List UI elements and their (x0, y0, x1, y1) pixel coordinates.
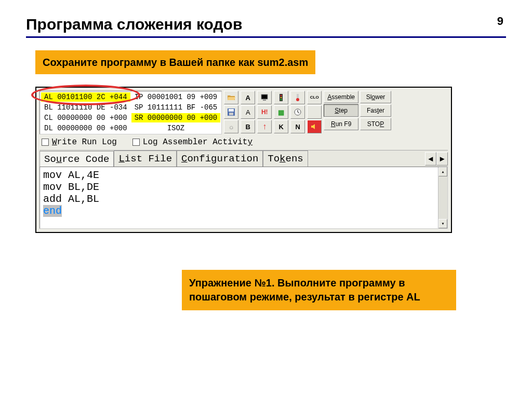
open-icon[interactable] (224, 91, 238, 104)
svg-rect-1 (229, 109, 234, 112)
reg-flags: ISOZ (131, 123, 221, 133)
stop-button[interactable]: STOP (360, 118, 391, 130)
reg-dl: DL 00000000 00 +000 (41, 123, 130, 133)
code-line: add AL,BL (43, 193, 444, 205)
write-log-checkbox[interactable]: Write Run Log (42, 138, 117, 147)
reg-sr: SR 00000000 00 +000 (131, 113, 221, 122)
letter-n-icon[interactable]: N (290, 120, 305, 133)
run-button[interactable]: Run F9 (324, 118, 358, 130)
letter-a-bold-icon[interactable]: A (241, 91, 255, 104)
speaker-icon[interactable] (307, 120, 322, 133)
toolbar-col-5: N (290, 91, 305, 133)
traffic-light-icon[interactable] (274, 91, 288, 104)
svg-rect-4 (263, 100, 266, 101)
thermometer-icon[interactable] (290, 91, 305, 104)
tab-scroll-right-icon[interactable]: ▸ (436, 152, 448, 166)
exercise-callout: Упражнение №1. Выполните программу в пош… (182, 270, 456, 310)
checkbox-icon (132, 139, 140, 146)
faster-button[interactable]: Faster (360, 104, 391, 117)
toolbar-col-1: ☼ (224, 91, 238, 133)
toolbar-col-3: H! ↑ (257, 91, 272, 133)
source-code-editor[interactable]: mov AL,4E mov BL,DE add AL,BL end ▴ ▾ (39, 167, 448, 229)
letter-k-icon[interactable]: K (274, 120, 288, 133)
log-assembler-checkbox[interactable]: Log Assembler Activity (132, 138, 252, 147)
reg-bl: BL 11011110 DE -034 (41, 103, 130, 112)
code-line: mov BL,DE (43, 181, 444, 193)
sun-icon[interactable]: ☼ (224, 120, 238, 133)
title-underline (26, 36, 506, 38)
tab-scroll-left-icon[interactable]: ◂ (425, 152, 436, 166)
tab-tokens[interactable]: Tokens (263, 150, 308, 167)
register-table: AL 00101100 2C +044 IP 00001001 09 +009 … (39, 91, 222, 134)
toolbar-col-6: CLO (307, 91, 322, 133)
svg-point-10 (296, 98, 299, 101)
slower-button[interactable]: Slower (360, 91, 391, 103)
tab-source-code[interactable]: Source Code (39, 151, 114, 167)
letter-a-icon[interactable]: A (241, 105, 255, 119)
grid-icon[interactable]: ▦ (274, 105, 288, 119)
letter-b-icon[interactable]: B (241, 120, 255, 133)
reg-al: AL 00101100 2C +044 (41, 92, 130, 102)
scroll-up-icon[interactable]: ▴ (438, 167, 447, 176)
assemble-button[interactable]: Assemble (324, 91, 358, 103)
vertical-scrollbar[interactable]: ▴ ▾ (438, 167, 447, 228)
tabs-bar: Source Code List File Configuration Toke… (39, 150, 448, 167)
log-assembler-label: Log Assembler Activity (143, 138, 252, 147)
monitor-icon[interactable] (257, 91, 272, 104)
svg-rect-3 (261, 94, 268, 99)
clo-icon[interactable]: CLO (307, 91, 322, 104)
checkbox-row: Write Run Log Log Assembler Activity (39, 134, 448, 150)
write-log-label: Write Run Log (52, 138, 117, 147)
reg-cl: CL 00000000 00 +000 (41, 113, 130, 122)
control-buttons: Assemble Step Run F9 Slower Faster STOP (324, 91, 391, 130)
reg-sp: SP 10111111 BF -065 (131, 103, 221, 112)
clock-icon[interactable] (290, 105, 305, 119)
simulator-window: AL 00101100 2C +044 IP 00001001 09 +009 … (35, 87, 452, 233)
page-number: 9 (497, 15, 503, 28)
svg-rect-2 (229, 113, 233, 115)
svg-point-6 (281, 95, 282, 97)
svg-point-7 (281, 97, 282, 99)
page-title: Программа сложения кодов (26, 16, 506, 33)
code-line: end (43, 205, 444, 217)
step-button[interactable]: Step (324, 104, 358, 117)
code-line: mov AL,4E (43, 169, 444, 181)
up-arrow-icon[interactable]: ↑ (257, 120, 272, 133)
scroll-down-icon[interactable]: ▾ (438, 219, 447, 228)
instruction-callout: Сохраните программу в Вашей папке как su… (35, 50, 315, 74)
reg-ip: IP 00001001 09 +009 (131, 92, 221, 102)
svg-point-8 (281, 99, 282, 101)
halt-icon[interactable]: H! (257, 105, 272, 119)
save-icon[interactable] (224, 105, 238, 119)
toolbar-col-2: A A B (241, 91, 255, 133)
tab-configuration[interactable]: Configuration (177, 150, 263, 167)
blank-icon[interactable] (307, 105, 322, 119)
checkbox-icon (42, 139, 49, 146)
toolbar-col-4: ▦ K (274, 91, 288, 133)
tab-list-file[interactable]: List File (114, 150, 177, 167)
